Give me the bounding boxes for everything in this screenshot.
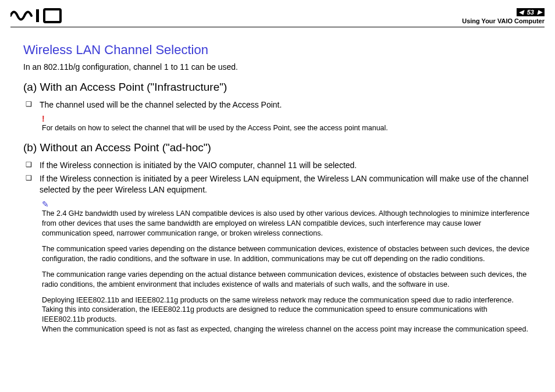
svg-rect-0 bbox=[36, 9, 39, 22]
pencil-icon: ✎ bbox=[42, 199, 532, 209]
caution-note: ! For details on how to select the chann… bbox=[23, 114, 532, 133]
info-note: Deploying IEEE802.11b and IEEE802.11g pr… bbox=[42, 295, 532, 325]
next-page-arrow[interactable]: ▶ bbox=[538, 9, 542, 15]
svg-rect-1 bbox=[44, 9, 61, 22]
list-item: The channel used will be the channel sel… bbox=[23, 99, 532, 111]
info-note: When the communication speed is not as f… bbox=[42, 325, 532, 334]
caution-text: For details on how to select the channel… bbox=[42, 124, 388, 132]
prev-page-arrow[interactable]: ◀ bbox=[519, 9, 524, 15]
header-right: ◀ 53 ▶ Using Your VAIO Computer bbox=[462, 6, 545, 24]
section-a-heading: (a) With an Access Point ("Infrastructur… bbox=[23, 81, 532, 94]
page-header: ◀ 53 ▶ Using Your VAIO Computer bbox=[0, 0, 555, 27]
list-item: If the Wireless connection is initiated … bbox=[23, 160, 532, 171]
info-note: The 2.4 GHz bandwidth used by wireless L… bbox=[42, 209, 532, 238]
info-note: The communication speed varies depending… bbox=[42, 244, 532, 264]
section-a-list: The channel used will be the channel sel… bbox=[23, 99, 532, 111]
section-name: Using Your VAIO Computer bbox=[462, 17, 545, 24]
vaio-logo bbox=[10, 6, 74, 23]
info-note: The communication range varies depending… bbox=[42, 270, 532, 290]
intro-text: In an 802.11b/g configuration, channel 1… bbox=[23, 62, 532, 72]
page-content: Wireless LAN Channel Selection In an 802… bbox=[0, 27, 555, 334]
page-title: Wireless LAN Channel Selection bbox=[23, 42, 532, 58]
page-number: 53 bbox=[527, 9, 534, 16]
section-b-heading: (b) Without an Access Point ("ad-hoc") bbox=[23, 141, 532, 154]
section-b-list: If the Wireless connection is initiated … bbox=[23, 160, 532, 195]
page-number-tab[interactable]: ◀ 53 ▶ bbox=[517, 8, 545, 16]
exclamation-icon: ! bbox=[42, 114, 532, 123]
info-notes: ✎ The 2.4 GHz bandwidth used by wireless… bbox=[23, 199, 532, 334]
list-item: If the Wireless connection is initiated … bbox=[23, 173, 532, 195]
